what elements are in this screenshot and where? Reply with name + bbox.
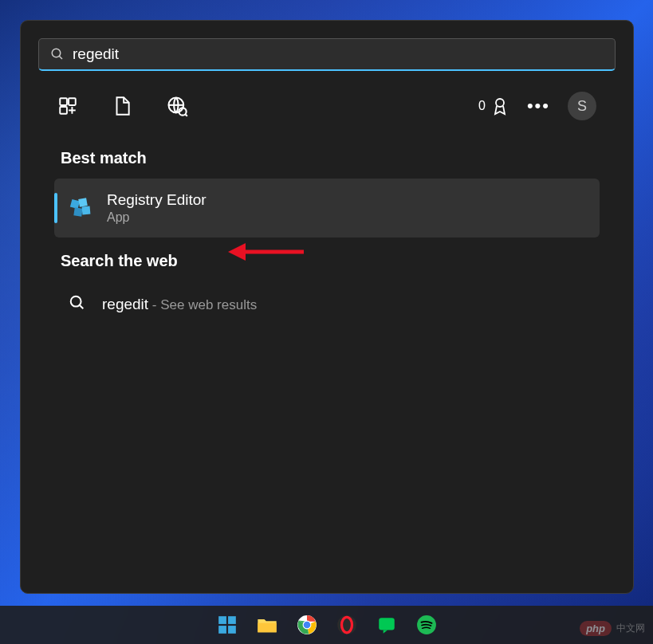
web-filter-icon[interactable] <box>166 95 188 117</box>
svg-rect-22 <box>228 626 236 634</box>
rewards-badge[interactable]: 0 <box>478 96 509 116</box>
svg-rect-20 <box>228 616 236 624</box>
more-options-icon[interactable]: ••• <box>527 96 550 116</box>
svg-rect-3 <box>69 98 76 105</box>
avatar-initial: S <box>577 98 587 115</box>
svg-rect-23 <box>258 623 276 633</box>
svg-rect-11 <box>70 199 80 209</box>
start-button[interactable] <box>211 609 243 641</box>
svg-point-26 <box>303 622 310 629</box>
svg-rect-19 <box>218 616 226 624</box>
watermark-text: 中文网 <box>616 622 645 635</box>
registry-editor-icon <box>67 194 94 222</box>
chrome-icon[interactable] <box>291 609 323 641</box>
result-title: Registry Editor <box>107 191 207 209</box>
svg-rect-14 <box>82 206 91 215</box>
medal-icon <box>490 96 509 116</box>
user-avatar[interactable]: S <box>568 92 596 120</box>
svg-point-10 <box>496 99 504 107</box>
file-explorer-icon[interactable] <box>251 609 283 641</box>
search-input[interactable] <box>73 45 604 63</box>
search-web-header: Search the web <box>38 238 616 281</box>
result-subtitle: App <box>107 210 207 225</box>
chat-icon[interactable] <box>371 609 403 641</box>
filter-toolbar: 0 ••• S <box>38 85 616 135</box>
web-result-query: regedit <box>102 296 148 312</box>
svg-point-15 <box>71 296 81 307</box>
svg-line-16 <box>80 305 84 309</box>
search-icon <box>69 294 86 315</box>
svg-rect-12 <box>78 198 88 207</box>
result-registry-editor[interactable]: Registry Editor App <box>54 179 600 238</box>
svg-line-9 <box>186 115 187 116</box>
search-box[interactable] <box>38 38 616 71</box>
svg-rect-29 <box>379 618 395 630</box>
search-icon <box>50 47 65 61</box>
svg-rect-21 <box>218 626 226 634</box>
web-result-regedit[interactable]: regedit - See web results <box>38 281 616 328</box>
rewards-count: 0 <box>478 99 486 113</box>
svg-rect-13 <box>73 207 82 216</box>
watermark-badge: php <box>580 621 612 636</box>
svg-rect-4 <box>60 107 67 114</box>
apps-filter-icon[interactable] <box>57 95 78 117</box>
svg-line-1 <box>59 56 62 59</box>
spotify-icon[interactable] <box>411 609 443 641</box>
web-result-suffix: - See web results <box>148 297 257 312</box>
svg-point-0 <box>52 49 61 57</box>
svg-rect-2 <box>60 98 67 105</box>
watermark: php 中文网 <box>580 621 645 636</box>
search-panel: 0 ••• S Best match Registry Editor <box>20 20 634 594</box>
best-match-header: Best match <box>38 135 616 179</box>
opera-icon[interactable] <box>331 609 363 641</box>
taskbar <box>0 606 653 644</box>
documents-filter-icon[interactable] <box>112 95 132 117</box>
